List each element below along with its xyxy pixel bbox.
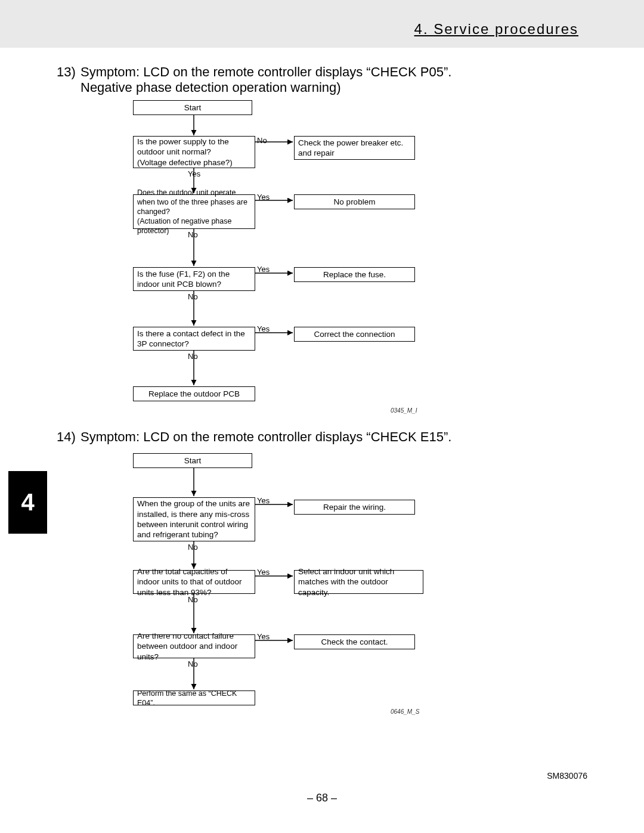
symptom13-heading-line2: Negative phase detection operation warni… bbox=[80, 80, 341, 95]
flowchart-14: Start When the group of the units are in… bbox=[128, 453, 450, 739]
node-a3: Check the contact. bbox=[294, 634, 415, 649]
label-yes: Yes bbox=[257, 496, 270, 505]
node-a1: Check the power breaker etc. and repair bbox=[294, 136, 415, 160]
section-title: 4. Service procedures bbox=[414, 21, 578, 38]
label-no: No bbox=[188, 659, 198, 668]
symptom13-number: 13) bbox=[57, 64, 76, 80]
chapter-tab: 4 bbox=[8, 471, 47, 534]
node-a4: Correct the connection bbox=[294, 327, 415, 342]
label-no: No bbox=[188, 595, 198, 604]
flowchart-13: Start Is the power supply to the outdoor… bbox=[128, 100, 450, 422]
node-q3: Are there no contact failure between out… bbox=[133, 634, 255, 658]
node-a1: Repair the wiring. bbox=[294, 500, 415, 515]
label-yes: Yes bbox=[257, 193, 270, 202]
node-q4: Is there a contact defect in the 3P conn… bbox=[133, 327, 255, 351]
node-q3: Is the fuse (F1, F2) on the indoor unit … bbox=[133, 267, 255, 291]
node-a2: Select an indoor unit which matches with… bbox=[294, 570, 423, 594]
node-a2: No problem bbox=[294, 194, 415, 209]
node-start: Start bbox=[133, 453, 252, 468]
node-a3: Replace the fuse. bbox=[294, 267, 415, 282]
node-q1: Is the power supply to the outdoor unit … bbox=[133, 136, 255, 168]
label-yes: Yes bbox=[257, 265, 270, 274]
node-q2: Are the total capacities of indoor units… bbox=[133, 570, 255, 594]
node-end: Replace the outdoor PCB bbox=[133, 386, 255, 401]
label-yes: Yes bbox=[257, 632, 270, 641]
node-end: Perform the same as “CHECK E04”. bbox=[133, 690, 255, 705]
node-q2: Does the outdoor unit operate when two o… bbox=[133, 194, 255, 229]
node-q2a: Does the outdoor unit operate when two o… bbox=[137, 188, 251, 216]
label-no: No bbox=[188, 543, 198, 552]
page-header: 4. Service procedures bbox=[0, 0, 644, 48]
label-no: No bbox=[188, 230, 198, 239]
node-start: Start bbox=[133, 100, 252, 115]
node-q1: When the group of the units are installe… bbox=[133, 497, 255, 541]
node-q1b: (Voltage defective phase?) bbox=[137, 157, 251, 168]
chart-code: 0646_M_S bbox=[391, 708, 419, 715]
symptom14-number: 14) bbox=[57, 429, 76, 445]
page: 4. Service procedures 4 13) Symptom: LCD… bbox=[0, 0, 644, 833]
chart-code: 0345_M_I bbox=[391, 407, 417, 414]
symptom13-heading-line1: Symptom: LCD on the remote controller di… bbox=[80, 64, 451, 80]
node-q1a: Is the power supply to the outdoor unit … bbox=[137, 137, 251, 157]
label-yes: Yes bbox=[257, 324, 270, 333]
label-yes: Yes bbox=[257, 568, 270, 577]
label-no: No bbox=[257, 136, 267, 145]
label-yes: Yes bbox=[188, 169, 200, 178]
symptom14-heading-line1: Symptom: LCD on the remote controller di… bbox=[80, 429, 451, 445]
label-no: No bbox=[188, 292, 198, 301]
document-id: SM830076 bbox=[547, 771, 587, 781]
page-number: – 68 – bbox=[0, 792, 644, 804]
label-no: No bbox=[188, 352, 198, 361]
